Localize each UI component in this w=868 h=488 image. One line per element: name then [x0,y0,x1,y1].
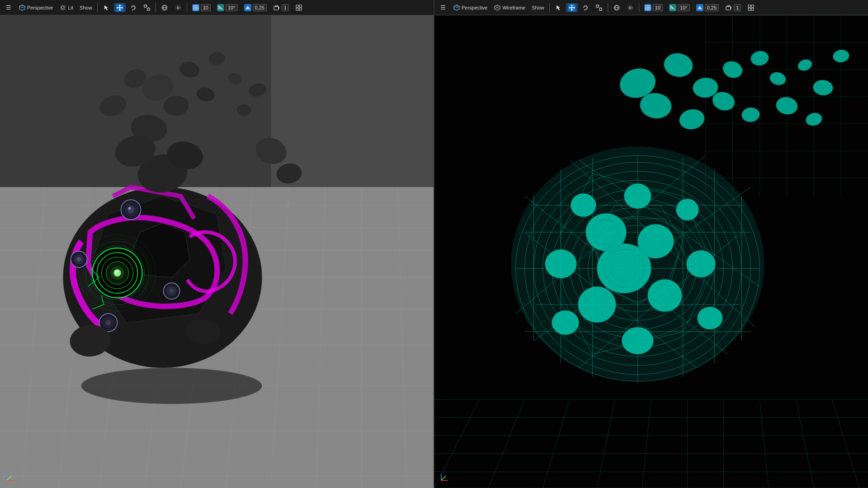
svg-point-224 [545,249,577,278]
svg-line-119 [497,6,500,8]
left-scale-tool[interactable] [141,3,153,12]
svg-line-111 [7,476,11,480]
svg-point-80 [127,206,135,213]
sep1 [97,3,98,12]
left-fov-button[interactable]: 0,25 [242,3,269,12]
right-move-tool[interactable] [566,3,578,12]
svg-rect-147 [751,5,754,7]
left-perspective-button[interactable]: Perspective [16,3,55,12]
right-grid-button[interactable]: 10 [642,3,665,12]
svg-point-28 [176,5,180,10]
right-sep3 [639,3,639,12]
svg-line-11 [64,5,65,6]
sep3 [187,3,187,12]
right-viewport[interactable]: ☰ Perspective Wireframe Show [434,0,868,488]
left-show-button[interactable]: Show [77,4,94,11]
snap-icon [175,4,182,11]
svg-line-3 [22,6,25,8]
move-icon [116,4,123,11]
right-wireframe-button[interactable]: Wireframe [491,3,528,12]
right-select-tool[interactable] [552,3,564,12]
right-snap-button[interactable] [624,3,636,12]
right-angle-button[interactable]: 10° [667,3,692,12]
angle-icon [217,4,224,11]
svg-point-73 [115,271,118,273]
svg-line-2 [19,6,22,8]
left-angle-button[interactable]: 10° [215,3,240,12]
right-camera-value: 1 [734,4,741,11]
svg-rect-138 [646,5,647,7]
svg-rect-39 [296,8,298,10]
svg-rect-130 [599,8,602,10]
right-fov-value: 0,25 [705,4,719,11]
svg-point-230 [622,327,654,354]
left-canvas[interactable] [0,15,434,488]
svg-rect-38 [299,5,302,7]
left-perspective-label: Perspective [27,5,53,10]
right-sep2 [608,3,608,12]
left-viewport[interactable]: ☰ Perspective Lit Show [0,0,434,488]
right-canvas[interactable] [434,15,868,488]
svg-point-142 [699,7,700,9]
right-scale-tool[interactable] [593,3,605,12]
right-show-label: Show [532,5,544,10]
svg-rect-29 [193,5,195,7]
world-icon [161,4,168,11]
svg-marker-18 [122,7,123,9]
wireframe-scene-bg [434,15,868,488]
right-snap-icon [627,4,634,11]
right-menu-button[interactable]: ☰ [437,3,449,12]
right-camera-button[interactable]: 1 [723,3,743,12]
svg-rect-129 [596,5,599,7]
right-fov-button[interactable]: 0,25 [694,3,721,12]
right-world-icon [613,4,620,11]
svg-point-229 [552,310,579,335]
svg-rect-140 [646,8,647,10]
right-fov-icon [696,4,703,11]
svg-point-228 [698,307,723,329]
right-rotate-tool[interactable] [580,3,591,12]
svg-line-268 [441,476,446,480]
left-world-button[interactable] [159,3,170,12]
scene-bg-svg [0,15,434,488]
svg-point-223 [578,286,616,323]
left-rotate-tool[interactable] [127,3,139,12]
svg-line-115 [457,6,459,8]
right-show-button[interactable]: Show [529,4,547,11]
right-wireframe-icon [494,4,501,11]
left-toolbar: ☰ Perspective Lit Show [0,0,434,15]
left-lit-label: Lit [68,5,73,10]
left-menu-button[interactable]: ☰ [3,3,14,12]
left-angle-value: 10° [226,4,238,11]
left-move-tool[interactable] [114,3,126,12]
right-camera-icon [725,4,732,11]
left-select-tool[interactable] [100,3,112,12]
svg-point-81 [128,207,131,210]
left-fov-value: 0,25 [253,4,267,11]
right-layout-icon [747,4,755,11]
svg-rect-30 [196,5,198,7]
sun-icon [59,4,66,11]
right-cube-icon [453,4,460,11]
svg-point-90 [170,289,174,293]
left-snap-button[interactable] [172,3,184,12]
left-show-label: Show [80,5,92,10]
right-world-button[interactable] [611,3,623,12]
svg-point-4 [61,6,64,9]
right-rotate-icon [582,4,589,11]
svg-marker-19 [132,9,133,11]
right-perspective-button[interactable]: Perspective [451,3,490,12]
svg-point-87 [106,320,111,325]
lit-scene-bg [0,15,434,488]
right-wireframe-label: Wireframe [502,5,525,10]
left-camera-button[interactable]: 1 [271,3,291,12]
left-grid-button[interactable]: 10 [190,3,213,12]
left-grid-value: 10 [201,4,211,11]
svg-rect-149 [751,8,754,10]
left-lit-button[interactable]: Lit [57,3,75,12]
svg-rect-37 [296,5,298,7]
right-layout-button[interactable] [745,3,757,12]
right-angle-value: 10° [678,4,690,11]
svg-rect-40 [299,8,302,10]
left-layout-button[interactable] [293,3,305,12]
